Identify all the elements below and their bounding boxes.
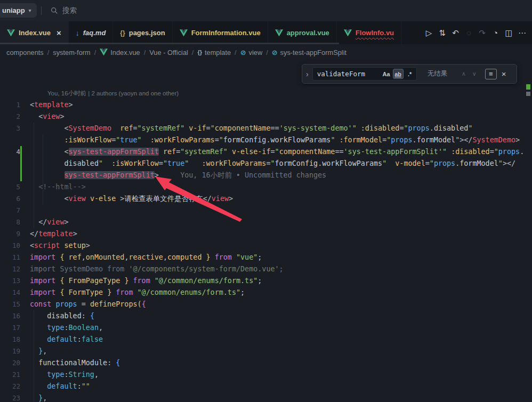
navigate-back-icon[interactable]: ↶ xyxy=(449,26,462,41)
breadcrumb-separator: / xyxy=(47,49,50,57)
previous-match-button[interactable]: ∧ xyxy=(458,70,469,77)
line-number: 21 xyxy=(0,369,20,381)
code-line[interactable]: 5 <!--html--> xyxy=(0,181,532,193)
code-line[interactable]: sys-test-appFormSplit> You, 16小时前 • Unco… xyxy=(0,170,532,181)
line-number: 6 xyxy=(0,193,20,205)
code-line[interactable]: 12import SystemDemo from '@/components/s… xyxy=(0,263,532,275)
line-number: 17 xyxy=(0,322,20,334)
navigate-forward-icon[interactable]: ↷ xyxy=(475,26,489,41)
tab-scrollbar[interactable] xyxy=(0,43,339,44)
code-line[interactable]: 13import { FromPageType } from "@/common… xyxy=(0,275,532,287)
code-line[interactable]: 6 <view v-else >请检查表单文件是否存在</view> xyxy=(0,193,532,205)
breadcrumb: components/system-form/Index.vue/Vue - O… xyxy=(0,45,532,60)
close-find-icon[interactable]: × xyxy=(497,69,511,78)
breadcrumb-item-components[interactable]: components xyxy=(6,49,44,57)
line-number: 5 xyxy=(0,181,20,193)
code-editor[interactable]: You, 16小时前 | 2 authors (yaoyn and one ot… xyxy=(0,60,532,402)
breadcrumb-item-vue-official[interactable]: Vue - Official xyxy=(149,49,188,57)
line-number: 1 xyxy=(0,99,20,111)
editor-actions-toolbar: ▷⇅↶◌↷◔◫⋯ xyxy=(422,21,532,44)
line-number: 14 xyxy=(0,287,20,299)
git-actions-icon[interactable]: ⇅ xyxy=(436,26,449,41)
code-line[interactable]: 9</template> xyxy=(0,228,532,240)
tab-flowinfo-vu[interactable]: FlowInfo.vu xyxy=(337,21,401,44)
find-query-text: validateForm xyxy=(317,70,380,78)
code-line[interactable]: 16 disabled: { xyxy=(0,310,532,322)
run-debug-icon[interactable]: ◔ xyxy=(489,26,502,41)
project-switcher[interactable]: uniapp ▾ xyxy=(0,3,37,18)
overview-ruler[interactable] xyxy=(525,60,532,402)
more-actions-icon[interactable]: ⋯ xyxy=(515,26,529,41)
line-number: 7 xyxy=(0,205,20,216)
code-line[interactable]: 4 <sys-test-appFormSplit ref="systemRef"… xyxy=(0,146,532,158)
code-line[interactable]: 8 </view> xyxy=(0,216,532,228)
symbol-braces-icon: {} xyxy=(197,49,202,55)
tab-faq-md[interactable]: ↓faq.md xyxy=(69,21,114,44)
find-results-label: 无结果 xyxy=(428,69,458,78)
line-number: 10 xyxy=(0,240,20,252)
line-number: 20 xyxy=(0,357,20,369)
code-line[interactable]: 15const props = defineProps({ xyxy=(0,299,532,310)
breadcrumb-label: view xyxy=(249,49,263,57)
code-line[interactable]: 14import { FormType } from "@/common/enu… xyxy=(0,287,532,299)
global-search[interactable]: 搜索 xyxy=(51,0,77,21)
line-number: 22 xyxy=(0,381,20,392)
code-line[interactable]: 23 }, xyxy=(0,392,532,402)
breadcrumb-item-system-form[interactable]: system-form xyxy=(53,49,90,57)
code-line[interactable]: 7 xyxy=(0,205,532,216)
title-bar: uniapp ▾ 搜索 xyxy=(0,0,532,21)
code-line[interactable]: 18 default:false xyxy=(0,334,532,345)
tab-index-vue[interactable]: Index.vue× xyxy=(0,21,69,44)
code-line[interactable]: 2 <view> xyxy=(0,111,532,123)
breadcrumb-item-sys-test-appformsplit[interactable]: ⊘sys-test-appFormSplit xyxy=(272,49,346,57)
code-line[interactable]: 3 <SystemDemo ref="systemRef" v-if="comp… xyxy=(0,123,532,134)
tab-label: pages.json xyxy=(129,29,165,37)
breadcrumb-item-view[interactable]: ⊘view xyxy=(240,49,263,57)
vue-icon xyxy=(275,29,283,37)
line-number: 13 xyxy=(0,275,20,287)
tab-pages-json[interactable]: {}pages.json xyxy=(113,21,172,44)
code-line[interactable]: 22 default:"" xyxy=(0,381,532,392)
history-icon[interactable]: ◌ xyxy=(462,26,475,41)
line-number: 19 xyxy=(0,345,20,357)
breadcrumb-label: Vue - Official xyxy=(149,49,188,57)
git-blame-annotation: You, 16小时前 | 2 authors (yaoyn and one ot… xyxy=(47,87,179,99)
code-line[interactable]: 11import { ref,onMounted,reactive,comput… xyxy=(0,252,532,263)
regex-button[interactable]: .* xyxy=(405,69,415,79)
code-line[interactable]: disabled" :isWorkFlow="true" :workFlowPa… xyxy=(0,158,532,170)
find-input[interactable]: validateForm Aa ab .* xyxy=(312,67,417,81)
breadcrumb-separator: / xyxy=(94,49,96,57)
run-icon[interactable]: ▷ xyxy=(422,26,436,41)
chevron-down-icon: ▾ xyxy=(29,7,31,13)
tab-forminformation-vue[interactable]: FormInformation.vue xyxy=(173,21,268,44)
breadcrumb-item-template[interactable]: {}template xyxy=(197,49,231,57)
close-tab-icon[interactable]: × xyxy=(57,29,61,37)
whole-word-button[interactable]: ab xyxy=(393,69,404,79)
code-line[interactable]: 21 type:String, xyxy=(0,369,532,381)
code-line[interactable]: 10<script setup> xyxy=(0,240,532,252)
code-line[interactable]: 20 functionalModule: { xyxy=(0,357,532,369)
markdown-preview-icon: ↓ xyxy=(76,29,79,37)
code-line[interactable]: 1<template> xyxy=(0,99,532,111)
match-case-button[interactable]: Aa xyxy=(381,69,392,79)
json-braces-icon: {} xyxy=(120,29,125,37)
line-number: 23 xyxy=(0,392,20,402)
toggle-replace-icon[interactable]: › xyxy=(302,70,312,78)
code-line[interactable]: :isWorkFlow="true" :workFlowParams="form… xyxy=(0,134,532,146)
code-line[interactable]: 19 }, xyxy=(0,345,532,357)
line-number: 12 xyxy=(0,263,20,275)
breadcrumb-item-index-vue[interactable]: Index.vue xyxy=(100,49,140,57)
breadcrumb-separator: / xyxy=(192,49,194,57)
vue-icon xyxy=(100,49,108,56)
find-in-selection-button[interactable]: ≡ xyxy=(485,69,497,79)
tab-approval-vue[interactable]: approval.vue xyxy=(268,21,337,44)
symbol-element-icon: ⊘ xyxy=(272,49,278,57)
code-line[interactable]: 17 type:Boolean, xyxy=(0,322,532,334)
breadcrumb-separator: / xyxy=(266,49,268,57)
next-match-button[interactable]: ∨ xyxy=(469,70,480,77)
breadcrumb-label: sys-test-appFormSplit xyxy=(280,49,346,57)
search-icon xyxy=(51,7,58,14)
line-number: 8 xyxy=(0,216,20,228)
split-editor-icon[interactable]: ◫ xyxy=(502,26,515,41)
vue-icon xyxy=(180,29,188,37)
